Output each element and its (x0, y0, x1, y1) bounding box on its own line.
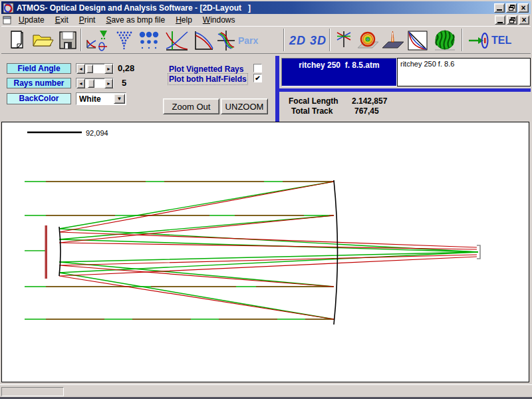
rays-number-value: 5 (122, 78, 126, 88)
toolbar-separator (329, 29, 331, 51)
slider-thumb[interactable] (86, 65, 93, 73)
menu-item-windows[interactable]: Windows (198, 15, 241, 25)
total-track-value: 767,45 (354, 106, 379, 116)
tel-label: TEL (491, 35, 511, 47)
layout-canvas[interactable]: 92,094 (1, 122, 529, 382)
child-restore-button[interactable] (507, 15, 517, 25)
psf-rings-button[interactable] (355, 29, 380, 53)
plot-vignetted-label: Plot Vignetted Rays (169, 65, 243, 74)
plot-vignetted-checkbox[interactable] (253, 64, 262, 72)
restore-button[interactable] (506, 3, 517, 13)
paraxial-data-button[interactable]: Parx (238, 29, 258, 53)
app-icon (3, 3, 14, 13)
child-minimize-icon (497, 22, 503, 23)
active-file-box[interactable]: ritchey 250 f. 8.5.atm (281, 58, 397, 86)
menu-item-help[interactable]: Help (170, 15, 198, 25)
child-restore-icon (509, 17, 515, 23)
child-close-icon: × (521, 17, 526, 23)
menu-item-update[interactable]: Update (13, 15, 50, 25)
total-track-label: Total Track (291, 106, 332, 116)
interferogram-button[interactable] (431, 29, 459, 53)
menu-item-print[interactable]: Print (74, 15, 101, 25)
unzoom-button[interactable]: UNZOOM (221, 98, 268, 114)
menu-bar: UpdateExitPrintSave as bmp fileHelpWindo… (1, 14, 531, 26)
back-color-label: BackColor (7, 93, 71, 104)
child-close-button[interactable]: × (519, 15, 529, 25)
save-bmp-button[interactable] (56, 29, 80, 53)
open-folder-icon (31, 29, 54, 52)
spot-matrix-button[interactable] (136, 29, 162, 53)
file-list-box[interactable]: ritchey 250 f. 8.6 (397, 58, 531, 86)
mtf-curve-icon (406, 29, 429, 52)
title-bar[interactable]: ATMOS- Optical Design and Analysis Softw… (1, 1, 531, 14)
mtf-curve-button[interactable] (406, 29, 430, 53)
minimize-button[interactable] (494, 3, 505, 13)
telescope-icon (467, 29, 490, 52)
menu-item-exit[interactable]: Exit (50, 15, 74, 25)
save-icon (57, 29, 79, 52)
field-angle-value: 0,28 (118, 63, 134, 73)
open-file-button[interactable] (31, 29, 55, 53)
slider-track[interactable] (85, 78, 104, 87)
focal-length-value: 2.142,857 (352, 96, 387, 106)
telescope-data-button[interactable] (467, 29, 491, 53)
chromatic-focus-button[interactable] (334, 29, 354, 53)
toolbar-separator (462, 29, 463, 51)
new-document-icon (6, 29, 29, 52)
slider-thumb[interactable] (88, 79, 94, 88)
chevron-down-icon[interactable]: ▼ (114, 94, 125, 104)
psf-rings-icon (355, 29, 380, 52)
child-minimize-button[interactable] (495, 15, 505, 25)
close-icon: × (521, 5, 525, 11)
interferogram-icon (431, 29, 459, 52)
menu-item-save-as-bmp-file[interactable]: Save as bmp file (100, 15, 170, 25)
toolbar: Parx 2D 3D (1, 26, 531, 54)
window-title: ATMOS- Optical Design and Analysis Softw… (17, 3, 493, 13)
longitudinal-aberration-button[interactable] (192, 29, 215, 53)
ray-fan-plot-button[interactable] (85, 29, 109, 53)
transverse-aberration-button[interactable] (164, 29, 190, 53)
psf-3d-button[interactable] (380, 29, 406, 53)
psf-3d-icon (380, 29, 406, 52)
view-2d-3d-button[interactable]: 2D 3D (289, 29, 327, 53)
slider-right-arrow-icon[interactable]: ► (104, 64, 113, 74)
spot-diagram-button[interactable] (112, 29, 136, 53)
transverse-aberration-icon (164, 29, 190, 52)
field-angle-label: Field Angle (7, 63, 71, 74)
tel-button[interactable]: TEL (491, 29, 511, 53)
toolbar-separator (80, 29, 82, 51)
view-2d-3d-label: 2D 3D (289, 34, 327, 48)
back-color-value: White (76, 94, 114, 104)
focal-length-label: Focal Length (289, 96, 338, 106)
distortion-curves-icon (214, 29, 238, 52)
slider-right-arrow-icon[interactable]: ► (104, 78, 113, 88)
back-color-dropdown[interactable]: White ▼ (76, 92, 126, 105)
control-panel: Field Angle ◄ ► 0,28 Rays number ◄ ► 5 B… (1, 54, 531, 122)
slider-left-arrow-icon[interactable]: ◄ (76, 64, 85, 74)
spot-matrix-icon (136, 29, 162, 52)
close-button[interactable]: × (518, 3, 529, 13)
field-angle-slider[interactable]: ◄ ► (76, 63, 114, 73)
status-cell (1, 387, 64, 396)
new-document-button[interactable] (5, 29, 29, 53)
scale-label: 92,094 (86, 129, 108, 137)
slider-track[interactable] (85, 64, 104, 72)
slider-left-arrow-icon[interactable]: ◄ (76, 78, 85, 88)
zoom-out-button[interactable]: Zoom Out (163, 98, 219, 114)
status-bar (0, 384, 532, 397)
rays-number-slider[interactable]: ◄ ► (76, 78, 114, 88)
ray-diagram: 92,094 (2, 122, 529, 382)
toolbar-separator (283, 29, 285, 51)
ray-fan-plot-icon (85, 29, 109, 52)
horizontal-divider (279, 88, 531, 92)
rays-number-label: Rays number (7, 78, 71, 88)
distortion-curves-button[interactable] (214, 29, 238, 53)
menu-items: UpdateExitPrintSave as bmp fileHelpWindo… (13, 15, 241, 25)
mdi-child-icon[interactable] (3, 16, 12, 25)
spot-diagram-icon (112, 29, 135, 52)
longitudinal-aberration-icon (192, 29, 215, 52)
minimize-icon (497, 9, 502, 11)
plot-half-fields-checkbox[interactable]: ✔ (253, 74, 262, 82)
parx-label: Parx (238, 35, 258, 46)
chromatic-focus-icon (334, 29, 354, 52)
